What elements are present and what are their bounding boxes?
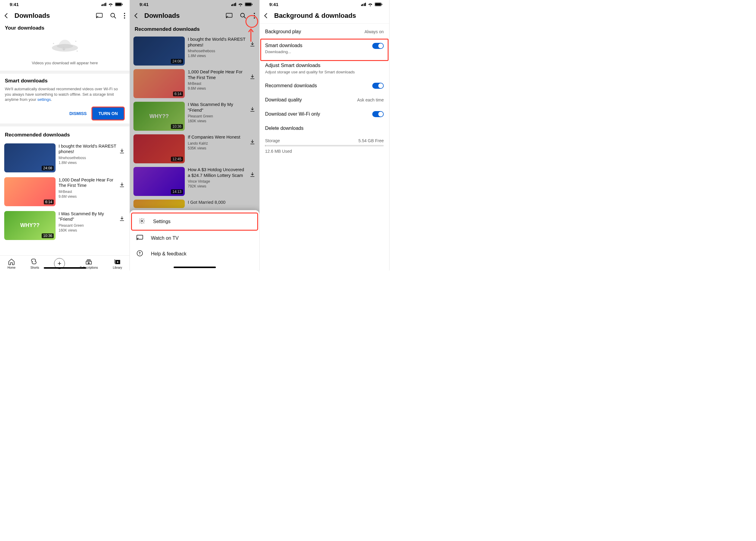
download-icon[interactable] xyxy=(249,102,256,118)
tab-library[interactable]: Library xyxy=(113,258,122,269)
setting-value: Always on xyxy=(365,29,384,34)
dismiss-button[interactable]: DISMISS xyxy=(66,108,91,119)
wifi-icon xyxy=(368,2,373,6)
video-thumbnail[interactable]: 12:45 xyxy=(134,134,185,163)
header: Downloads xyxy=(130,8,259,23)
video-title: I Was Scammed By My "Friend" xyxy=(188,102,247,113)
smart-downloads-card: Smart downloads We'll automatically down… xyxy=(0,74,130,124)
turn-on-button[interactable]: TURN ON xyxy=(92,107,125,121)
video-row[interactable]: I Got Married 8,000 xyxy=(130,198,259,210)
video-thumbnail[interactable]: 14:13 xyxy=(134,167,185,196)
svg-point-12 xyxy=(53,43,54,44)
setting-adjust-smart-downloads[interactable]: Adjust Smart downloads Adjust storage us… xyxy=(260,58,389,79)
storage-label: Storage xyxy=(265,138,280,143)
video-row[interactable]: 14:13 How A $3 Hotdog Uncovered a $24.7 … xyxy=(130,165,259,198)
panel-background-downloads-settings: 9:41 Background & downloads Background p… xyxy=(260,0,389,270)
video-row[interactable]: WHY??10:36 I Was Scammed By My "Friend"P… xyxy=(130,100,259,133)
video-title: I bought the World's RAREST phones! xyxy=(188,37,247,48)
video-thumbnail[interactable]: WHY??10:36 xyxy=(4,211,56,240)
video-row[interactable]: 24:08 I bought the World's RAREST phones… xyxy=(130,35,259,67)
storage-free: 5.54 GB Free xyxy=(359,138,384,143)
svg-point-26 xyxy=(137,240,137,240)
download-icon[interactable] xyxy=(119,177,125,194)
setting-background-play[interactable]: Background play Always on xyxy=(260,25,389,39)
setting-label: Recommend downloads xyxy=(265,83,317,89)
download-icon[interactable] xyxy=(249,134,256,151)
back-arrow-icon[interactable] xyxy=(133,12,140,19)
search-icon[interactable] xyxy=(110,12,117,19)
status-icons xyxy=(101,2,123,6)
video-row[interactable]: 24:08 I bought the World's RAREST phones… xyxy=(0,141,130,175)
duration-badge: 24:08 xyxy=(42,166,54,171)
svg-point-6 xyxy=(124,13,125,14)
tab-shorts[interactable]: Shorts xyxy=(31,258,39,269)
duration-badge: 10:36 xyxy=(171,124,183,129)
cast-icon[interactable] xyxy=(226,13,233,18)
search-icon[interactable] xyxy=(240,12,246,19)
page-title: Downloads xyxy=(14,12,91,20)
video-meta: Pleasant Green160K views xyxy=(59,223,117,233)
smart-downloads-title: Smart downloads xyxy=(5,78,125,84)
status-icons xyxy=(361,2,383,6)
smart-downloads-description: We'll automatically download recommended… xyxy=(5,86,125,102)
video-thumbnail[interactable]: 24:08 xyxy=(134,37,185,66)
tab-home[interactable]: Home xyxy=(8,258,16,269)
home-indicator xyxy=(44,267,86,269)
more-menu-icon[interactable] xyxy=(124,13,125,19)
video-row[interactable]: 6:14 1,000 Deaf People Hear For The Firs… xyxy=(130,67,259,100)
annotation-box xyxy=(260,39,388,61)
svg-point-21 xyxy=(254,13,255,14)
back-arrow-icon[interactable] xyxy=(3,12,10,19)
status-time: 9:41 xyxy=(269,2,278,7)
your-downloads-heading: Your downloads xyxy=(0,23,130,33)
video-thumbnail[interactable]: 6:14 xyxy=(134,69,185,98)
video-title: If Companies Were Honest xyxy=(188,134,247,140)
video-thumbnail[interactable]: WHY??10:36 xyxy=(134,102,185,131)
svg-point-28 xyxy=(140,255,140,255)
svg-point-7 xyxy=(124,15,125,16)
cast-icon[interactable] xyxy=(96,13,103,18)
setting-label: Download over Wi-Fi only xyxy=(265,111,320,117)
setting-download-wifi-only[interactable]: Download over Wi-Fi only xyxy=(260,107,389,121)
download-icon[interactable] xyxy=(119,143,125,160)
menu-help-feedback[interactable]: Help & feedback xyxy=(130,246,259,262)
video-meta: MrBeast9.6M views xyxy=(59,189,117,199)
divider xyxy=(0,124,130,127)
cellular-icon xyxy=(101,3,107,6)
menu-settings[interactable]: Settings xyxy=(131,213,258,231)
video-thumbnail[interactable]: 24:08 xyxy=(4,143,56,172)
empty-state: Videos you download will appear here xyxy=(0,33,130,71)
toggle-switch[interactable] xyxy=(372,83,384,89)
back-arrow-icon[interactable] xyxy=(263,12,269,19)
setting-delete-downloads[interactable]: Delete downloads xyxy=(260,121,389,135)
download-icon[interactable] xyxy=(119,211,125,227)
status-time: 9:41 xyxy=(140,2,149,7)
video-row[interactable]: 6:14 1,000 Deaf People Hear For The Firs… xyxy=(0,175,130,209)
annotation-arrow-icon xyxy=(248,28,254,43)
setting-label: Download quality xyxy=(265,97,302,103)
storage-bar xyxy=(265,145,384,147)
duration-badge: 12:45 xyxy=(171,157,183,162)
setting-download-quality[interactable]: Download quality Ask each time xyxy=(260,93,389,107)
gear-icon xyxy=(139,218,145,226)
page-title: Background & downloads xyxy=(274,12,385,20)
video-thumbnail[interactable]: 6:14 xyxy=(4,177,56,206)
svg-rect-16 xyxy=(245,3,251,5)
setting-value: Ask each time xyxy=(357,98,384,102)
video-row[interactable]: 12:45 If Companies Were HonestLando Kalr… xyxy=(130,133,259,165)
toggle-switch[interactable] xyxy=(372,111,384,117)
duration-badge: 6:14 xyxy=(44,200,54,205)
svg-point-10 xyxy=(57,44,73,48)
download-icon[interactable] xyxy=(249,69,256,85)
settings-link[interactable]: settings xyxy=(37,97,51,102)
duration-badge: 10:36 xyxy=(42,234,54,238)
download-icon[interactable] xyxy=(249,167,256,183)
setting-recommend-downloads[interactable]: Recommend downloads xyxy=(260,79,389,93)
ufo-illustration-icon xyxy=(5,35,125,58)
video-row[interactable]: WHY??10:36 I Was Scammed By My "Friend" … xyxy=(0,209,130,243)
menu-watch-on-tv[interactable]: Watch on TV xyxy=(130,231,259,246)
video-thumbnail[interactable] xyxy=(134,200,185,208)
status-icons xyxy=(231,2,253,6)
video-title: 1,000 Deaf People Hear For The First Tim… xyxy=(188,69,247,80)
svg-rect-1 xyxy=(115,3,121,5)
